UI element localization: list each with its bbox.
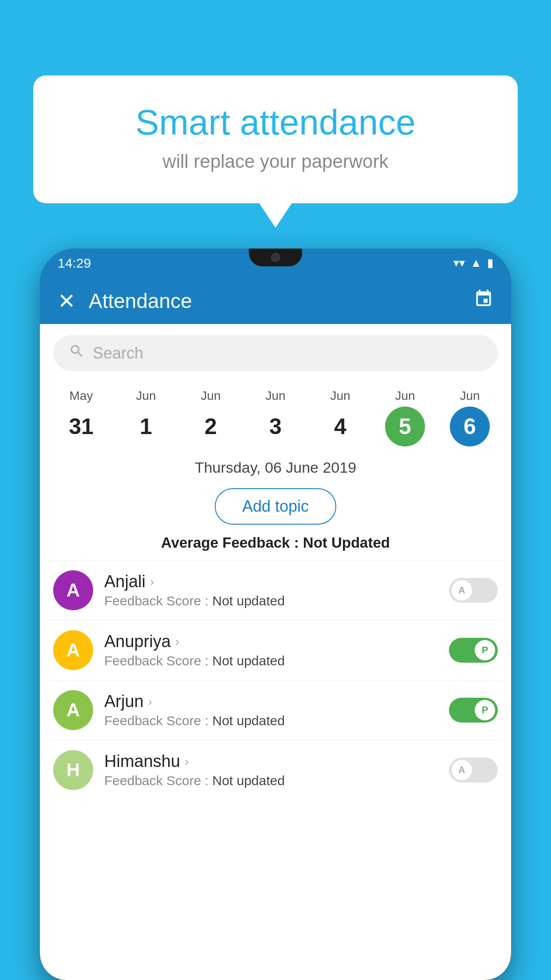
day-number[interactable]: 6	[450, 407, 490, 447]
status-bar: 14:29 ▾▾ ▲ ▮	[40, 249, 511, 277]
day-number[interactable]: 2	[191, 407, 231, 447]
camera-dot	[271, 253, 280, 262]
speech-bubble-wrapper: Smart attendance will replace your paper…	[33, 75, 518, 203]
selected-date-info: Thursday, 06 June 2019	[40, 451, 511, 478]
student-info: Arjun ›Feedback Score : Not updated	[104, 692, 438, 728]
student-feedback-score: Feedback Score : Not updated	[104, 593, 438, 609]
app-header: ✕ Attendance	[40, 277, 511, 324]
student-info: Himanshu ›Feedback Score : Not updated	[104, 752, 438, 788]
student-avatar: H	[53, 750, 93, 790]
wifi-icon: ▾▾	[453, 256, 465, 270]
day-number[interactable]: 4	[320, 407, 360, 447]
date-item[interactable]: Jun4	[320, 389, 360, 447]
chevron-icon: ›	[185, 755, 189, 769]
day-number[interactable]: 31	[61, 407, 101, 447]
date-row: May31Jun1Jun2Jun3Jun4Jun5Jun6	[40, 382, 511, 451]
bubble-title: Smart attendance	[69, 102, 482, 143]
month-label: Jun	[136, 389, 156, 403]
attendance-toggle[interactable]: A	[449, 758, 498, 782]
student-name: Anjali ›	[104, 572, 438, 591]
attendance-toggle[interactable]: A	[449, 578, 498, 603]
close-button[interactable]: ✕	[58, 288, 75, 313]
avg-feedback-label: Average Feedback :	[161, 534, 303, 551]
signal-icon: ▲	[470, 256, 482, 270]
student-feedback-score: Feedback Score : Not updated	[104, 653, 438, 668]
month-label: Jun	[265, 389, 285, 403]
search-placeholder: Search	[93, 344, 143, 363]
date-item[interactable]: Jun5	[385, 389, 425, 447]
month-label: Jun	[460, 389, 480, 403]
student-row[interactable]: AAnjali ›Feedback Score : Not updatedA	[40, 561, 511, 620]
date-item[interactable]: Jun2	[191, 389, 231, 447]
notch	[249, 249, 302, 266]
chevron-icon: ›	[148, 695, 152, 709]
date-item[interactable]: Jun1	[126, 389, 166, 447]
month-label: Jun	[330, 389, 350, 403]
student-row[interactable]: AArjun ›Feedback Score : Not updatedP	[40, 680, 511, 740]
student-list: AAnjali ›Feedback Score : Not updatedAAA…	[40, 561, 511, 800]
app-content: Search May31Jun1Jun2Jun3Jun4Jun5Jun6 Thu…	[40, 324, 511, 980]
search-icon	[69, 343, 85, 363]
date-item[interactable]: Jun3	[256, 389, 295, 447]
student-name: Himanshu ›	[104, 752, 438, 771]
date-item[interactable]: May31	[61, 389, 101, 447]
status-time: 14:29	[58, 256, 91, 271]
phone-inner: 14:29 ▾▾ ▲ ▮ ✕ Attendance	[40, 249, 511, 980]
month-label: Jun	[395, 389, 415, 403]
day-number[interactable]: 5	[385, 407, 425, 447]
student-row[interactable]: AAnupriya ›Feedback Score : Not updatedP	[40, 620, 511, 680]
toggle-knob: P	[475, 640, 495, 660]
toggle-knob: A	[452, 760, 472, 780]
day-number[interactable]: 1	[126, 407, 166, 447]
avg-feedback-value: Not Updated	[303, 534, 390, 551]
student-name: Arjun ›	[104, 692, 438, 711]
phone-frame: 14:29 ▾▾ ▲ ▮ ✕ Attendance	[40, 249, 511, 980]
student-info: Anjali ›Feedback Score : Not updated	[104, 572, 438, 609]
toggle-knob: P	[475, 700, 495, 720]
bubble-subtitle: will replace your paperwork	[69, 151, 482, 172]
avg-feedback: Average Feedback : Not Updated	[40, 534, 511, 551]
attendance-toggle[interactable]: P	[449, 698, 498, 723]
student-info: Anupriya ›Feedback Score : Not updated	[104, 632, 438, 668]
student-avatar: A	[53, 690, 93, 730]
speech-bubble: Smart attendance will replace your paper…	[33, 75, 518, 203]
toggle-knob: A	[452, 580, 472, 601]
battery-icon: ▮	[487, 256, 493, 270]
status-icons: ▾▾ ▲ ▮	[453, 256, 493, 270]
header-title: Attendance	[89, 289, 192, 313]
student-avatar: A	[53, 570, 93, 610]
calendar-icon[interactable]	[474, 289, 493, 313]
date-item[interactable]: Jun6	[450, 389, 490, 447]
chevron-icon: ›	[150, 575, 154, 589]
search-bar[interactable]: Search	[53, 335, 498, 371]
header-left: ✕ Attendance	[58, 288, 192, 313]
student-name: Anupriya ›	[104, 632, 438, 651]
student-feedback-score: Feedback Score : Not updated	[104, 713, 438, 728]
student-feedback-score: Feedback Score : Not updated	[104, 773, 438, 788]
month-label: May	[70, 389, 93, 403]
attendance-toggle[interactable]: P	[449, 638, 498, 663]
student-row[interactable]: HHimanshu ›Feedback Score : Not updatedA	[40, 740, 511, 800]
month-label: Jun	[201, 389, 220, 403]
chevron-icon: ›	[175, 635, 179, 649]
day-number[interactable]: 3	[256, 407, 295, 447]
add-topic-button[interactable]: Add topic	[215, 488, 336, 525]
student-avatar: A	[53, 630, 93, 670]
